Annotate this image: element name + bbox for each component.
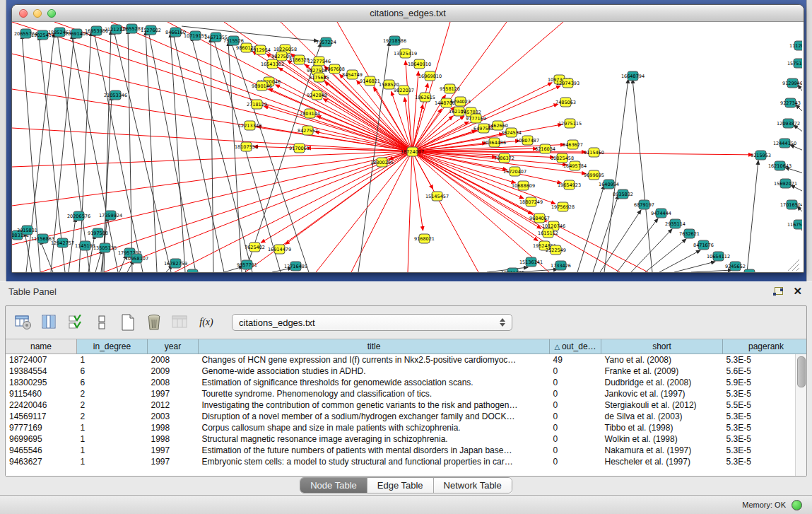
graph-node[interactable]: 12975115 — [558, 119, 582, 128]
graph-node[interactable]: 7632621 — [679, 229, 700, 238]
graph-node[interactable]: 9699695 — [584, 170, 604, 180]
graph-node[interactable]: 16648794 — [621, 71, 645, 81]
new-document-icon[interactable] — [119, 313, 137, 332]
graph-node[interactable]: 2718129 — [247, 100, 267, 109]
graph-node[interactable]: 16210643 — [768, 161, 792, 170]
graph-node[interactable]: 7485063 — [555, 98, 576, 107]
graph-node[interactable]: 9146821 — [360, 76, 380, 86]
graph-node[interactable]: 12093872 — [777, 119, 800, 128]
graph-node[interactable]: 16969810 — [418, 71, 442, 81]
graph-node-label: 9215953 — [751, 153, 771, 158]
graph-node[interactable]: 20206576 — [67, 211, 90, 221]
graph-node[interactable]: 2935114 — [665, 219, 686, 228]
table-row[interactable]: 1830029562008Estimation of significance … — [6, 377, 806, 388]
column-header-out_degree[interactable]: △ out_de… — [550, 339, 601, 354]
graph-node[interactable]: 15751074 — [787, 59, 802, 68]
table-scrollbar-thumb[interactable] — [797, 356, 806, 387]
column-header-year[interactable]: year — [148, 339, 199, 354]
graph-node[interactable]: 9558120 — [440, 84, 460, 93]
float-panel-icon[interactable] — [773, 287, 783, 296]
graph-node[interactable]: 10071235 — [501, 268, 524, 272]
table-row[interactable]: 969969511998Structural magnetic resonanc… — [6, 433, 806, 445]
graph-node[interactable]: 9474444 — [651, 209, 671, 218]
graph-node-label: 3624534 — [501, 130, 522, 136]
graph-node[interactable]: 11675330 — [787, 220, 802, 229]
table-row[interactable]: 1456911722003Disruption of a novel membe… — [6, 411, 806, 422]
graph-node[interactable]: 10807487 — [516, 136, 539, 145]
graph-node[interactable]: 19654923 — [558, 180, 581, 189]
table-cell: 5.3E-5 — [723, 445, 807, 456]
graph-node[interactable]: 12277546 — [307, 57, 331, 66]
graph-node[interactable]: 15136141 — [519, 257, 543, 267]
graph-node[interactable]: 9215953 — [751, 151, 771, 160]
graph-node[interactable]: 7625402 — [245, 243, 265, 252]
graph-node[interactable]: 1733426 — [551, 261, 571, 270]
left-panel-edge[interactable] — [0, 0, 6, 281]
graph-node[interactable]: 9445012 — [739, 269, 760, 272]
import-table-icon[interactable] — [171, 313, 189, 332]
graph-node[interactable]: 9242848 — [307, 90, 327, 100]
graph-node[interactable]: 17359924 — [99, 211, 122, 220]
graph-node[interactable]: 1640954 — [599, 180, 619, 189]
network-canvas[interactable]: 1872400718300295986012889129541822605898… — [12, 22, 802, 272]
table-row[interactable]: 911546021997Tourette syndrome. Phenomeno… — [6, 388, 806, 399]
graph-node[interactable]: 7957224 — [316, 37, 336, 47]
table-row[interactable]: 946554611997Estimation of the future num… — [6, 445, 806, 456]
graph-node[interactable]: 3624534 — [501, 128, 522, 137]
graph-node[interactable]: 16782759 — [164, 259, 187, 268]
graph-node[interactable]: 11923448 — [181, 269, 204, 272]
graph-node[interactable]: 9857791 — [237, 260, 257, 269]
window-resize-grip[interactable] — [788, 259, 799, 271]
graph-node[interactable]: 1527602 — [141, 25, 161, 35]
graph-node[interactable]: 9245652 — [725, 262, 746, 271]
table-scrollbar[interactable] — [795, 354, 806, 476]
graph-node-label: 2967608 — [324, 66, 345, 72]
graph-node[interactable]: 18640910 — [408, 59, 431, 69]
function-builder-icon[interactable]: f(x) — [197, 313, 216, 332]
table-row[interactable]: 977716911998Corpus callosum shape and si… — [6, 422, 806, 433]
right-panel-edge[interactable] — [806, 0, 812, 281]
graph-node[interactable]: 8466160 — [165, 28, 186, 37]
network-window-titlebar[interactable]: citations_edges.txt — [12, 5, 804, 22]
graph-node[interactable]: 18807249 — [519, 197, 543, 206]
column-header-name[interactable]: name — [6, 339, 77, 354]
table-row[interactable]: 1938455462009Genome-wide association stu… — [6, 366, 806, 377]
graph-node[interactable]: 8471676 — [693, 240, 714, 250]
tab-edge-table[interactable]: Edge Table — [367, 478, 434, 493]
graph-node[interactable]: 15145457 — [425, 192, 449, 201]
graph-node[interactable]: 13325419 — [394, 49, 417, 58]
delete-icon[interactable] — [145, 313, 163, 332]
graph-node[interactable]: 9168021 — [414, 234, 435, 243]
graph-node[interactable]: 19218586 — [383, 36, 406, 45]
graph-node[interactable]: 8186328 — [289, 55, 310, 64]
tab-node-table[interactable]: Node Table — [300, 478, 367, 493]
graph-node[interactable]: 10654112 — [707, 252, 730, 261]
graph-node[interactable]: 9463627 — [563, 140, 583, 149]
citation-edge-black — [128, 30, 132, 272]
graph-node[interactable]: 1862615 — [415, 93, 435, 102]
memory-status-indicator[interactable] — [792, 500, 802, 510]
table-source-selector[interactable]: citations_edges.txt — [232, 314, 512, 331]
table-row[interactable]: 1872400712008Changes of HCN gene express… — [6, 354, 806, 366]
graph-node[interactable]: 9115460 — [584, 148, 604, 157]
close-panel-icon[interactable]: ✕ — [793, 286, 802, 296]
tab-network-table[interactable]: Network Table — [434, 478, 512, 493]
table-row[interactable]: 2242004622012Investigating the contribut… — [6, 399, 806, 411]
graph-node[interactable]: 8935832 — [613, 189, 633, 199]
graph-node[interactable]: 6879197 — [634, 200, 654, 209]
table-row[interactable]: 946362711997Embryonic stem cells: a mode… — [6, 456, 806, 467]
table-rows-icon[interactable] — [93, 313, 111, 332]
row-check-icon[interactable] — [66, 313, 85, 332]
column-header-short[interactable]: short — [601, 339, 723, 354]
graph-node[interactable]: 1112037 — [789, 41, 802, 50]
column-visibility-icon[interactable] — [40, 313, 59, 332]
column-header-title[interactable]: title — [199, 339, 550, 354]
graph-node[interactable]: 16914479 — [268, 245, 291, 254]
graph-node[interactable]: 13716485 — [284, 262, 307, 271]
graph-node[interactable]: 18107550 — [235, 142, 258, 151]
graph-node[interactable]: 13505135 — [93, 243, 117, 252]
column-header-in_degree[interactable]: in_degree — [77, 339, 148, 354]
table-settings-icon[interactable] — [14, 313, 33, 332]
graph-node[interactable]: 20364486 — [483, 138, 506, 147]
column-header-pagerank[interactable]: pagerank — [723, 339, 807, 354]
